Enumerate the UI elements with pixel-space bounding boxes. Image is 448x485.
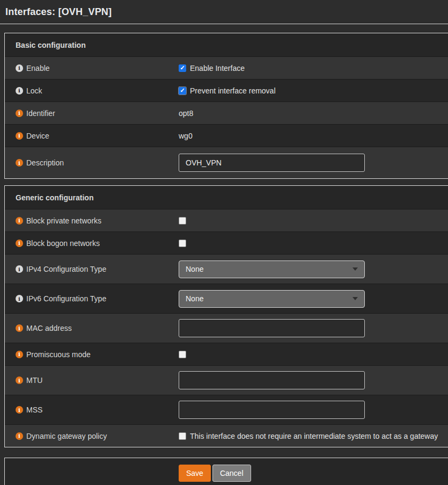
field-control-cell: opt8 [179, 109, 448, 118]
info-orange-icon[interactable]: i [16, 217, 23, 225]
field-label-cell: iBlock private networks [5, 216, 179, 225]
chevron-down-icon [352, 267, 358, 271]
info-orange-icon[interactable]: i [16, 240, 23, 247]
cancel-button[interactable]: Cancel [212, 465, 251, 482]
field-control-cell [179, 401, 448, 419]
lock-checkbox[interactable] [179, 87, 186, 95]
section-header: Basic configuration [5, 33, 448, 56]
field-control-cell [179, 351, 448, 358]
form-row-mtu: iMTU [5, 365, 448, 395]
field-control-cell [179, 217, 448, 225]
form-row-enable: iEnableEnable Interface [5, 56, 448, 79]
mtu-input[interactable] [179, 371, 365, 389]
form-row-dynamic-gateway-policy: iDynamic gateway policyThis interface do… [5, 424, 448, 447]
field-label: Enable [26, 64, 50, 73]
field-control-cell: Enable Interface [179, 64, 448, 73]
info-orange-icon[interactable]: i [16, 132, 23, 140]
field-label: Identifier [26, 109, 55, 118]
field-label: IPv6 Configuration Type [26, 294, 106, 303]
actions-panel: Save Cancel [4, 458, 448, 485]
titlebar: Interfaces: [OVH_VPN] [0, 0, 448, 24]
field-label-cell: iEnable [5, 64, 179, 73]
ipv4-configuration-type-select[interactable]: None [179, 260, 365, 278]
form-row-identifier: iIdentifieropt8 [5, 102, 448, 124]
field-control-cell: None [179, 290, 448, 308]
form-row-mss: iMSS [5, 395, 448, 424]
ipv6-configuration-type-select[interactable]: None [179, 290, 365, 308]
form-row-ipv4-configuration-type: iIPv4 Configuration TypeNone [5, 254, 448, 284]
field-label: MAC address [26, 324, 72, 332]
field-label: Device [26, 132, 49, 140]
form-row-description: iDescription [5, 147, 448, 178]
checkbox-label: This interface does not require an inter… [190, 432, 438, 440]
form-row-promiscuous-mode: iPromiscuous mode [5, 343, 448, 365]
enable-checkbox[interactable] [179, 64, 186, 72]
info-orange-icon[interactable]: i [16, 406, 23, 414]
form-row-mac-address: iMAC address [5, 313, 448, 343]
form-row-ipv6-configuration-type: iIPv6 Configuration TypeNone [5, 284, 448, 313]
field-label: Promiscuous mode [26, 350, 91, 359]
field-control-cell: None [179, 260, 448, 278]
field-label-cell: iBlock bogon networks [5, 239, 179, 248]
mac-address-input[interactable] [179, 319, 365, 337]
field-control-cell: wg0 [179, 132, 448, 140]
device-value: wg0 [179, 132, 193, 140]
actions-row: Save Cancel [5, 458, 448, 485]
save-button[interactable]: Save [179, 465, 211, 482]
field-label: MTU [26, 376, 42, 385]
dynamic-gateway-policy-checkbox[interactable] [179, 432, 186, 440]
field-label: Dynamic gateway policy [26, 432, 107, 440]
field-label: Block bogon networks [26, 239, 100, 248]
info-white-icon[interactable]: i [16, 64, 23, 72]
mss-input[interactable] [179, 401, 365, 419]
form-row-block-bogon-networks: iBlock bogon networks [5, 231, 448, 254]
page-title: Interfaces: [OVH_VPN] [5, 6, 112, 18]
selected-option: None [186, 294, 203, 303]
info-orange-icon[interactable]: i [16, 324, 23, 332]
field-label-cell: iDynamic gateway policy [5, 432, 179, 440]
form-content: Basic configurationiEnableEnable Interfa… [0, 24, 448, 485]
field-control-cell [179, 154, 448, 172]
form-panels: Basic configurationiEnableEnable Interfa… [4, 33, 448, 447]
field-label-cell: iIdentifier [5, 109, 179, 118]
block-private-networks-checkbox[interactable] [179, 217, 186, 225]
field-label-cell: iPromiscuous mode [5, 350, 179, 359]
identifier-value: opt8 [179, 109, 193, 118]
info-orange-icon[interactable]: i [16, 432, 23, 440]
promiscuous-mode-checkbox[interactable] [179, 351, 186, 358]
chevron-down-icon [352, 297, 358, 300]
form-row-block-private-networks: iBlock private networks [5, 209, 448, 231]
field-label: MSS [26, 406, 42, 414]
info-orange-icon[interactable]: i [16, 159, 23, 167]
block-bogon-networks-checkbox[interactable] [179, 240, 186, 247]
description-input[interactable] [179, 154, 365, 172]
info-white-icon[interactable]: i [16, 265, 23, 273]
info-white-icon[interactable]: i [16, 295, 23, 302]
section-header: Generic configuration [5, 186, 448, 209]
field-label-cell: iIPv6 Configuration Type [5, 294, 179, 303]
info-orange-icon[interactable]: i [16, 377, 23, 384]
info-orange-icon[interactable]: i [16, 110, 23, 117]
field-control-cell: This interface does not require an inter… [179, 432, 448, 440]
section-generic-configuration: Generic configurationiBlock private netw… [4, 185, 448, 447]
field-label: Block private networks [26, 216, 101, 225]
field-label: IPv4 Configuration Type [26, 265, 106, 273]
field-control-cell [179, 371, 448, 389]
info-orange-icon[interactable]: i [16, 351, 23, 358]
field-label-cell: iMSS [5, 406, 179, 414]
field-control-cell [179, 240, 448, 247]
section-basic-configuration: Basic configurationiEnableEnable Interfa… [4, 33, 448, 179]
checkbox-label: Enable Interface [190, 64, 245, 73]
checkbox-label: Prevent interface removal [190, 86, 276, 95]
field-label-cell: iDevice [5, 132, 179, 140]
field-label-cell: iDescription [5, 158, 179, 167]
info-white-icon[interactable]: i [16, 87, 23, 95]
form-row-lock: iLockPrevent interface removal [5, 79, 448, 102]
page: Interfaces: [OVH_VPN] Basic configuratio… [0, 0, 448, 485]
field-label-cell: iLock [5, 86, 179, 95]
field-control-cell: Prevent interface removal [179, 86, 448, 95]
field-label-cell: iIPv4 Configuration Type [5, 265, 179, 273]
field-control-cell [179, 319, 448, 337]
field-label: Description [26, 158, 64, 167]
field-label-cell: iMAC address [5, 324, 179, 332]
